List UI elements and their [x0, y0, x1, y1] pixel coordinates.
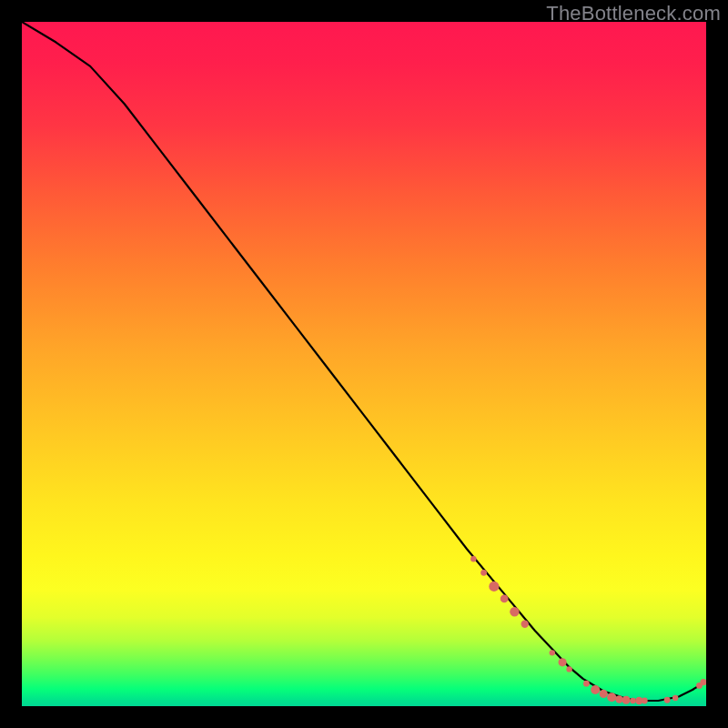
data-point: [642, 698, 648, 704]
data-point: [480, 570, 487, 576]
data-point: [615, 695, 622, 703]
data-point: [521, 621, 529, 628]
marker-group: [470, 556, 706, 704]
curve-line: [22, 22, 706, 701]
data-point: [500, 595, 509, 603]
chart-stage: TheBottleneck.com: [0, 0, 728, 728]
data-point: [672, 695, 678, 701]
data-point: [600, 690, 608, 698]
plot-area: [22, 22, 706, 706]
data-point: [558, 658, 566, 666]
data-point: [583, 681, 590, 687]
chart-svg: [22, 22, 706, 706]
data-point: [622, 696, 630, 704]
data-point: [550, 650, 555, 655]
data-point: [607, 693, 616, 702]
data-point: [470, 556, 476, 561]
data-point: [591, 685, 600, 694]
data-point: [566, 666, 571, 672]
data-point: [510, 607, 519, 616]
data-point: [489, 581, 499, 592]
data-point: [630, 698, 635, 703]
data-point: [664, 697, 671, 703]
